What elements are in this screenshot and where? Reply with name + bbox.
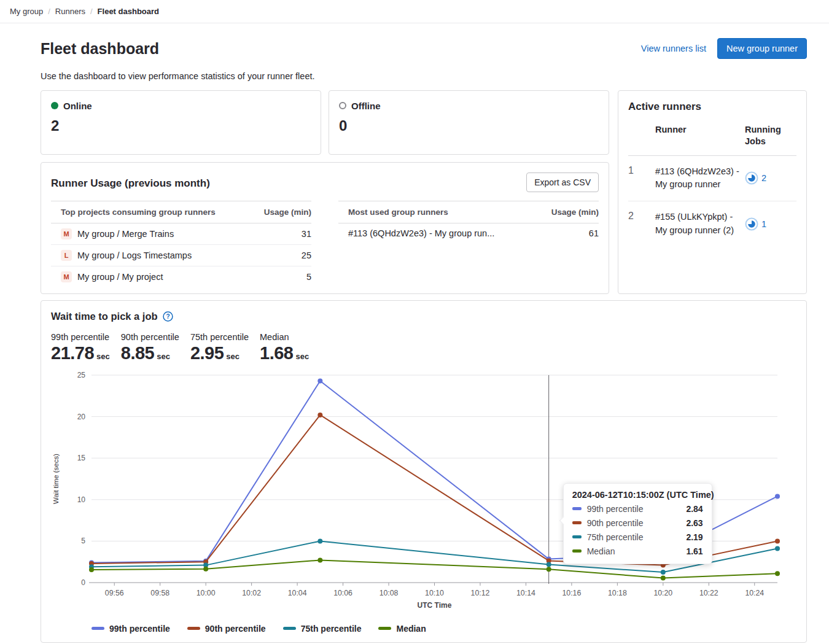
offline-label-row: Offline xyxy=(339,101,599,111)
breadcrumb-my-group[interactable]: My group xyxy=(10,7,43,16)
stat-value: 2.95 xyxy=(190,343,224,363)
svg-text:UTC Time: UTC Time xyxy=(418,601,452,610)
help-icon[interactable]: ? xyxy=(163,311,173,322)
tooltip-series-label: Median xyxy=(587,546,615,556)
series-swatch-median xyxy=(572,549,582,553)
left-column: Online 2 Offline 0 Runner Usage (previou… xyxy=(41,90,609,294)
online-label-row: Online xyxy=(51,101,311,111)
svg-text:10: 10 xyxy=(77,495,86,503)
project-name-cell: L My group / Logs Timestamps xyxy=(61,250,192,261)
table-row: 1 #113 (6QHdzW2e3) - My group runner 2 xyxy=(628,156,796,202)
stat-value: 21.78 xyxy=(51,343,94,363)
offline-count: 0 xyxy=(339,117,599,134)
stat-unit: sec xyxy=(96,352,110,361)
legend-swatch xyxy=(378,627,391,630)
svg-text:10:06: 10:06 xyxy=(333,589,352,597)
stat-value: 8.85 xyxy=(121,343,154,363)
wait-time-card: Wait time to pick a job ? 99th percentil… xyxy=(41,300,807,643)
project-name[interactable]: My group / Logs Timestamps xyxy=(77,250,192,260)
header-actions: View runners list New group runner xyxy=(641,38,807,59)
tooltip-row: 90th percentile 2.63 xyxy=(572,518,703,528)
wait-time-stats: 99th percentile 21.78 sec 90th percentil… xyxy=(51,332,796,363)
offline-label: Offline xyxy=(351,101,381,111)
project-usage: 31 xyxy=(297,229,311,239)
runner-name[interactable]: #113 (6QHdzW2e3) - My group run... xyxy=(348,228,494,238)
wait-time-header: Wait time to pick a job ? xyxy=(51,311,796,322)
new-group-runner-button[interactable]: New group runner xyxy=(717,38,807,59)
runner-usage: 61 xyxy=(584,228,599,238)
most-used-runners-table: Most used group runners Usage (min) #113… xyxy=(338,201,599,287)
runner-usage-header: Runner Usage (previous month) Export as … xyxy=(51,173,599,192)
page-description: Use the dashboard to view performance st… xyxy=(41,71,807,81)
runner-description: #113 (6QHdzW2e3) - My group runner xyxy=(655,165,745,192)
stat-label: Median xyxy=(260,332,309,342)
svg-text:25: 25 xyxy=(77,371,86,379)
online-runners-card: Online 2 xyxy=(41,90,321,155)
table-row: 2 #155 (ULkKYpkpt) - My group runner (2)… xyxy=(628,201,796,247)
legend-item-median[interactable]: Median xyxy=(378,624,426,634)
svg-text:10:02: 10:02 xyxy=(242,589,261,597)
online-label: Online xyxy=(63,101,92,111)
svg-text:15: 15 xyxy=(77,454,86,462)
table-row: M My group / Merge Trains 31 xyxy=(51,223,311,245)
svg-text:10:18: 10:18 xyxy=(608,589,627,597)
runner-rank: 2 xyxy=(628,211,655,238)
legend-label: Median xyxy=(396,624,426,634)
top-projects-table: Top projects consuming group runners Usa… xyxy=(51,201,311,287)
legend-label: 75th percentile xyxy=(301,624,362,634)
breadcrumb-separator: / xyxy=(90,7,93,16)
svg-text:20: 20 xyxy=(77,412,86,421)
status-cards-row: Online 2 Offline 0 xyxy=(41,90,609,155)
runner-usage-tables: Top projects consuming group runners Usa… xyxy=(51,201,599,287)
svg-text:10:10: 10:10 xyxy=(425,589,444,597)
project-name-cell: M My group / Merge Trains xyxy=(61,228,174,239)
page-header: Fleet dashboard View runners list New gr… xyxy=(41,38,807,59)
breadcrumb-fleet-dashboard: Fleet dashboard xyxy=(98,7,159,16)
svg-text:10:16: 10:16 xyxy=(562,589,582,597)
tooltip-series-value: 2.19 xyxy=(686,532,703,542)
svg-text:09:58: 09:58 xyxy=(150,589,169,597)
running-jobs-link[interactable]: 1 xyxy=(745,217,796,231)
project-usage: 25 xyxy=(297,250,311,260)
project-name[interactable]: My group / Merge Trains xyxy=(77,229,174,239)
project-name[interactable]: My group / My project xyxy=(77,272,163,282)
running-status-icon xyxy=(745,217,758,231)
breadcrumb: My group / Runners / Fleet dashboard xyxy=(0,0,829,23)
breadcrumb-separator: / xyxy=(48,7,50,16)
view-runners-list-link[interactable]: View runners list xyxy=(641,44,706,53)
dashboard-grid: Online 2 Offline 0 Runner Usage (previou… xyxy=(41,90,807,294)
running-jobs-count: 2 xyxy=(761,173,766,183)
tooltip-row: 99th percentile 2.84 xyxy=(572,504,703,514)
stat-value: 1.68 xyxy=(260,343,293,363)
runner-usage-title: Runner Usage (previous month) xyxy=(51,177,210,190)
table-row: #113 (6QHdzW2e3) - My group run... 61 xyxy=(338,223,599,244)
series-swatch-90th xyxy=(572,521,582,524)
legend-item-99th[interactable]: 99th percentile xyxy=(91,624,170,634)
stat-label: 75th percentile xyxy=(190,332,249,342)
breadcrumb-runners[interactable]: Runners xyxy=(55,7,85,16)
stat-unit: sec xyxy=(295,352,309,361)
active-runners-card: Active runners Runner Running Jobs 1 #11… xyxy=(618,90,807,294)
tooltip-series-value: 1.61 xyxy=(686,546,703,556)
svg-text:10:20: 10:20 xyxy=(653,589,672,597)
wait-time-title: Wait time to pick a job xyxy=(51,311,158,322)
legend-item-90th[interactable]: 90th percentile xyxy=(187,624,266,634)
chart-tooltip: 2024-06-12T10:15:00Z (UTC Time) 99th per… xyxy=(563,483,712,564)
tooltip-series-value: 2.63 xyxy=(686,518,703,528)
project-avatar: M xyxy=(61,271,72,282)
svg-text:10:22: 10:22 xyxy=(699,589,718,597)
most-used-runners-table-header: Most used group runners Usage (min) xyxy=(338,201,599,223)
active-runners-table-header: Runner Running Jobs xyxy=(628,124,796,156)
stat-median: Median 1.68 sec xyxy=(260,332,309,363)
col-usage-min: Usage (min) xyxy=(551,208,599,217)
wait-time-chart[interactable]: 051015202509:5609:5810:0010:0210:0410:06… xyxy=(51,371,796,619)
tooltip-title: 2024-06-12T10:15:00Z (UTC Time) xyxy=(572,490,703,500)
running-jobs-link[interactable]: 2 xyxy=(745,171,796,185)
legend-label: 90th percentile xyxy=(205,624,266,634)
col-top-projects: Top projects consuming group runners xyxy=(61,208,216,217)
running-jobs-count: 1 xyxy=(761,219,766,229)
export-csv-button[interactable]: Export as CSV xyxy=(526,173,599,192)
legend-label: 99th percentile xyxy=(109,624,170,634)
tooltip-row: 75th percentile 2.19 xyxy=(572,532,703,542)
legend-item-75th[interactable]: 75th percentile xyxy=(283,624,362,634)
